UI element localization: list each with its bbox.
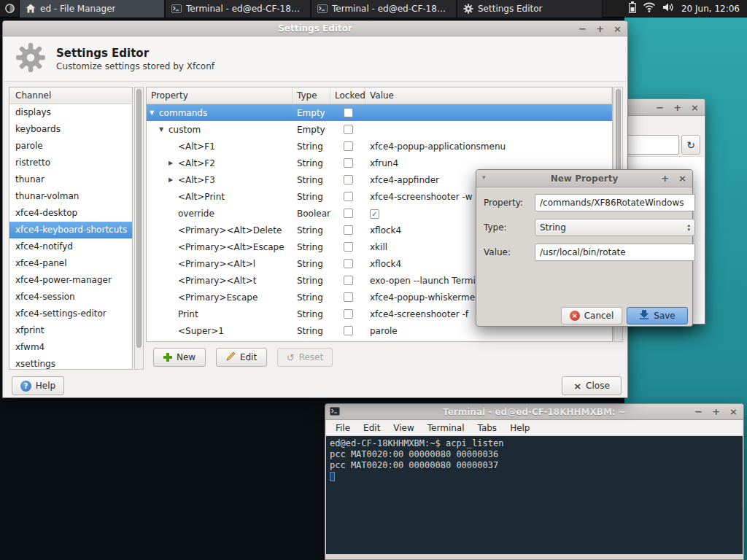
taskbar-button[interactable]: Terminal - ed@ed-CF-18KHH... bbox=[165, 0, 311, 18]
menu-item-file[interactable]: File bbox=[329, 420, 357, 436]
menu-item-view[interactable]: View bbox=[387, 420, 420, 436]
expander-icon[interactable]: ▼ bbox=[150, 109, 159, 116]
property-field-label: Property: bbox=[484, 198, 527, 208]
close-icon[interactable]: × bbox=[678, 174, 686, 183]
save-button[interactable]: Save bbox=[627, 307, 688, 324]
help-button[interactable]: ? Help bbox=[12, 376, 64, 395]
channel-item[interactable]: keyboards bbox=[9, 121, 132, 138]
channel-item[interactable]: xfwm4 bbox=[9, 339, 132, 356]
terminal-window[interactable]: Terminal - ed@ed-CF-18KHHMXBM: ~ − + × F… bbox=[325, 403, 744, 560]
minimize-icon[interactable]: − bbox=[694, 407, 703, 416]
new-property-dialog[interactable]: ▾ New Property + × Property: Type: Strin… bbox=[476, 169, 693, 327]
cancel-button[interactable]: × Cancel bbox=[561, 307, 622, 324]
minimize-icon[interactable]: − bbox=[578, 24, 587, 34]
type-cell: Empty bbox=[293, 125, 330, 135]
minimize-icon[interactable]: − bbox=[656, 103, 664, 112]
terminal-screen[interactable]: ed@ed-CF-18KHHMXBM:~$ acpi_listenpcc MAT… bbox=[326, 436, 743, 554]
table-row[interactable]: ▼customEmpty bbox=[147, 121, 612, 138]
dialog-titlebar[interactable]: ▾ New Property + × bbox=[476, 170, 692, 187]
column-header-value[interactable]: Value bbox=[365, 88, 612, 104]
type-dropdown-value: String bbox=[540, 222, 566, 233]
close-button[interactable]: × Close bbox=[562, 376, 622, 395]
value-input[interactable] bbox=[535, 244, 695, 261]
taskbar-button[interactable]: ed - File Manager bbox=[19, 0, 165, 18]
scrollbar-thumb[interactable] bbox=[136, 89, 142, 348]
volume-icon[interactable] bbox=[662, 2, 674, 15]
terminal-titlebar[interactable]: Terminal - ed@ed-CF-18KHHMXBM: ~ − + × bbox=[325, 404, 743, 420]
property-cell: ▶<Alt>F2 bbox=[147, 158, 293, 168]
channel-scrollbar[interactable] bbox=[134, 87, 144, 370]
menu-item-edit[interactable]: Edit bbox=[357, 420, 387, 436]
locked-checkbox[interactable] bbox=[344, 175, 353, 184]
close-icon[interactable]: × bbox=[691, 103, 699, 112]
reset-button[interactable]: ↺ Reset bbox=[277, 348, 333, 367]
maximize-icon[interactable]: + bbox=[661, 174, 669, 183]
taskbar-button[interactable]: Terminal - ed@ed-CF-18KHH... bbox=[311, 0, 457, 18]
applications-menu-button[interactable] bbox=[0, 0, 19, 18]
table-row[interactable]: ▼commandsEmpty bbox=[147, 104, 612, 121]
locked-checkbox[interactable] bbox=[344, 292, 353, 302]
column-header-locked[interactable]: Locked bbox=[330, 88, 365, 104]
locked-checkbox[interactable] bbox=[344, 326, 353, 335]
revert-icon: ↺ bbox=[287, 352, 295, 363]
channel-item[interactable]: ristretto bbox=[9, 155, 132, 171]
menu-item-help[interactable]: Help bbox=[503, 420, 536, 436]
locked-checkbox[interactable] bbox=[344, 276, 353, 285]
locked-checkbox[interactable] bbox=[344, 141, 353, 151]
locked-checkbox[interactable] bbox=[344, 209, 353, 218]
channel-item[interactable]: thunar bbox=[9, 171, 132, 188]
locked-checkbox[interactable] bbox=[344, 259, 353, 268]
channel-column-header[interactable]: Channel bbox=[9, 88, 132, 104]
property-input[interactable] bbox=[535, 194, 695, 211]
battery-icon[interactable] bbox=[629, 1, 636, 15]
channel-item[interactable]: xfce4-panel bbox=[9, 255, 132, 272]
locked-checkbox[interactable] bbox=[344, 125, 353, 134]
expander-icon[interactable]: ▼ bbox=[159, 126, 169, 133]
property-name: <Alt>F1 bbox=[178, 141, 215, 152]
wifi-icon[interactable] bbox=[643, 2, 656, 15]
column-header-type[interactable]: Type bbox=[293, 88, 330, 104]
table-row[interactable]: <Alt>F1Stringxfce4-popup-applicationsmen… bbox=[147, 138, 612, 155]
locked-checkbox[interactable] bbox=[344, 108, 353, 117]
channel-item[interactable]: xfprint bbox=[9, 322, 132, 339]
close-icon[interactable]: × bbox=[729, 407, 738, 416]
column-header-property[interactable]: Property bbox=[147, 88, 293, 104]
maximize-icon[interactable]: + bbox=[673, 103, 681, 112]
clock[interactable]: 20 Jun, 12:06 bbox=[681, 4, 747, 14]
expander-icon[interactable]: ▶ bbox=[169, 176, 178, 183]
edit-button-label: Edit bbox=[240, 352, 257, 362]
channel-item[interactable]: thunar-volman bbox=[9, 188, 132, 205]
edit-button[interactable]: Edit bbox=[216, 348, 267, 367]
channel-item[interactable]: xsettings bbox=[9, 356, 132, 370]
channel-item[interactable]: displays bbox=[9, 104, 132, 121]
window-menu-icon[interactable]: ▾ bbox=[482, 170, 486, 185]
channel-item[interactable]: xfce4-keyboard-shortcuts bbox=[9, 222, 132, 238]
locked-checkbox[interactable] bbox=[344, 192, 353, 201]
channel-item[interactable]: xfce4-notifyd bbox=[9, 238, 132, 255]
channel-item[interactable]: xfce4-session bbox=[9, 289, 132, 306]
channel-item[interactable]: xfce4-power-manager bbox=[9, 272, 132, 289]
maximize-icon[interactable]: + bbox=[712, 407, 720, 416]
close-icon[interactable]: × bbox=[614, 24, 622, 34]
type-cell: Boolean bbox=[293, 209, 330, 219]
property-name: Print bbox=[178, 309, 198, 319]
maximize-icon[interactable]: + bbox=[596, 24, 604, 34]
property-name: <Primary><Alt>l bbox=[178, 259, 255, 269]
value-checkbox[interactable]: ✓ bbox=[370, 209, 379, 219]
channel-item[interactable]: xfce4-desktop bbox=[9, 205, 132, 222]
menu-item-tabs[interactable]: Tabs bbox=[471, 420, 504, 436]
locked-checkbox[interactable] bbox=[344, 242, 353, 252]
expander-icon[interactable]: ▶ bbox=[169, 160, 178, 166]
reload-button[interactable]: ↻ bbox=[681, 135, 700, 155]
property-cell: ▼commands bbox=[147, 108, 293, 118]
settings-titlebar[interactable]: Settings Editor − + × bbox=[3, 21, 627, 36]
locked-checkbox[interactable] bbox=[344, 309, 353, 319]
channel-item[interactable]: xfce4-settings-editor bbox=[9, 306, 132, 322]
type-dropdown[interactable]: String ▴▾ bbox=[535, 219, 695, 236]
channel-item[interactable]: parole bbox=[9, 138, 132, 155]
locked-checkbox[interactable] bbox=[344, 225, 353, 235]
menu-item-terminal[interactable]: Terminal bbox=[421, 420, 471, 436]
new-button[interactable]: New bbox=[153, 348, 206, 367]
taskbar-button[interactable]: Settings Editor bbox=[457, 0, 603, 18]
locked-checkbox[interactable] bbox=[344, 158, 353, 168]
